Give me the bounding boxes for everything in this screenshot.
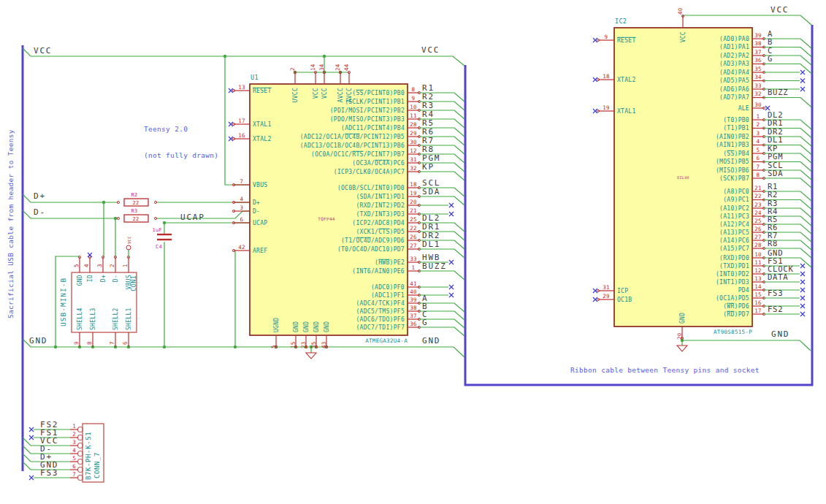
pin-number: 24 — [754, 210, 762, 216]
pin-number: 4 — [72, 447, 76, 454]
pin-name: (ADC4/TCK)PF4 — [356, 300, 405, 307]
component-value: ATMEGA32U4-A — [365, 337, 408, 344]
pin-number: 19 — [410, 190, 417, 196]
pin-name: D+ — [253, 199, 260, 206]
pin-number: 28 — [410, 121, 417, 128]
net-label: DR2 — [768, 127, 783, 136]
pin-number: 39 — [410, 297, 417, 303]
ground-symbol-icon — [306, 353, 316, 359]
net-label: BUZZ — [768, 88, 789, 96]
pin-number: 4 — [240, 196, 244, 202]
pin-name: (AD2)PA2 — [719, 53, 749, 59]
pin-number: 3 — [757, 130, 760, 137]
net-label: A — [768, 29, 773, 38]
pin-number: 2 — [289, 67, 296, 71]
pin-number: 31 — [410, 156, 417, 163]
pin-name: (A9)PC1 — [723, 196, 749, 203]
pin-number: 7 — [240, 178, 244, 185]
pin-number: 8 — [412, 86, 416, 93]
pin-number: 6 — [757, 155, 760, 161]
junction-dot — [163, 345, 166, 348]
pin-number: 35 — [754, 66, 762, 72]
pin-name: (TXD)PD1 — [719, 263, 749, 270]
net-label: R2 — [768, 190, 778, 199]
junction-dot — [323, 55, 326, 58]
pin-number: 14 — [310, 64, 316, 71]
pin-name: (RXD)PD0 — [719, 255, 749, 261]
pin-number: 24 — [334, 64, 341, 71]
component-value: 22 — [132, 200, 139, 206]
note-ribbon-cable: Ribbon cable between Teensy pins and soc… — [570, 366, 760, 375]
pin-name: (AD3)PA3 — [719, 61, 749, 67]
pin-name: (ADC7/TDI)PF7 — [356, 324, 405, 331]
pin-number: 30 — [410, 139, 417, 145]
pin-number: 7 — [109, 341, 115, 345]
net-label: VCC — [770, 5, 789, 15]
note-teensy: Teensy 2.0 (not fully drawn) — [144, 107, 218, 177]
wire — [764, 98, 811, 107]
component-ref: IC2 — [615, 18, 627, 25]
no-connect-icon — [800, 79, 805, 83]
no-connect-icon — [449, 203, 454, 207]
pin-number: 2 — [757, 121, 760, 128]
pin-number: 28 — [754, 242, 762, 248]
pin-number: 1 — [412, 264, 416, 271]
pin-name: UCAP — [253, 220, 267, 226]
pin-name: D- — [253, 208, 260, 215]
pin-name: (ADC11/PCINT4)PB4 — [341, 125, 405, 131]
pin-number: 7 — [757, 164, 760, 170]
pin-name: (A15)PC7 — [719, 245, 749, 252]
pin-name: (INT1)PD3 — [716, 279, 749, 286]
pin-number: 23 — [300, 341, 307, 348]
pin-name: (OC1A)PD5 — [716, 295, 749, 302]
pin-number: 2 — [72, 431, 76, 438]
pin-number: 6 — [72, 463, 76, 470]
pin-name: (HWB)PE2 — [375, 259, 405, 266]
wire — [419, 327, 464, 336]
pin-number: 16 — [754, 299, 762, 306]
pin-name: (ADC1)PF1 — [371, 292, 405, 299]
pin-name: (T0)PB0 — [723, 117, 749, 123]
pin-number: 18 — [410, 181, 417, 188]
pin-number: 26 — [410, 234, 417, 240]
pin-number: 9 — [605, 34, 608, 40]
pin-name: XTAL2 — [253, 136, 272, 142]
pin-name: VBUS — [126, 275, 132, 289]
pin-name: GND — [313, 321, 320, 332]
net-label: DR1 — [768, 118, 783, 127]
pin-number: 34 — [754, 74, 762, 80]
net-label: GND — [771, 329, 789, 339]
pin-number: 23 — [754, 202, 762, 208]
no-connect-icon — [449, 212, 454, 216]
pin-number: 21 — [410, 207, 417, 214]
no-connect-icon — [449, 293, 454, 297]
pin-number: 3 — [240, 205, 244, 211]
pin-name: PD4 — [738, 287, 749, 294]
pin-number: 9 — [73, 341, 80, 345]
pin-number: 27 — [410, 243, 417, 249]
note-teensy-line2: (not fully drawn) — [144, 151, 218, 160]
pin-number: 12 — [410, 148, 417, 154]
no-connect-icon — [800, 312, 805, 316]
pin-number: 44 — [343, 64, 350, 71]
component-package: DIL40 — [677, 175, 689, 180]
net-label: B — [768, 37, 773, 46]
pin-name: VCC — [313, 88, 319, 99]
pin-name: GND — [679, 313, 686, 324]
note-teensy-line1: Teensy 2.0 — [144, 125, 218, 134]
pin-number: 33 — [754, 83, 762, 89]
pin-name: (ADC12/OC1A/OC4B/PCINT12)PB5 — [300, 134, 405, 140]
pin-number: 15 — [754, 291, 762, 298]
net-label: BUZZ — [422, 261, 447, 271]
pin-name: (T1)PB1 — [723, 125, 749, 131]
component-ref: C4 — [156, 244, 162, 250]
pin-number: 18 — [603, 73, 610, 80]
pin-number: 5 — [757, 147, 760, 153]
schematic-page: U1ATMEGA32U4-ATQFP4413RESET17XTAL116XTAL… — [0, 0, 826, 504]
pin-number: 2 — [109, 264, 115, 267]
component-ref: R3 — [131, 208, 137, 214]
pin-name: (AIN1)PB3 — [716, 142, 749, 148]
pin-number: 3 — [72, 439, 76, 446]
component-value: 1uF — [152, 227, 162, 233]
pin-number: 35 — [310, 341, 317, 348]
